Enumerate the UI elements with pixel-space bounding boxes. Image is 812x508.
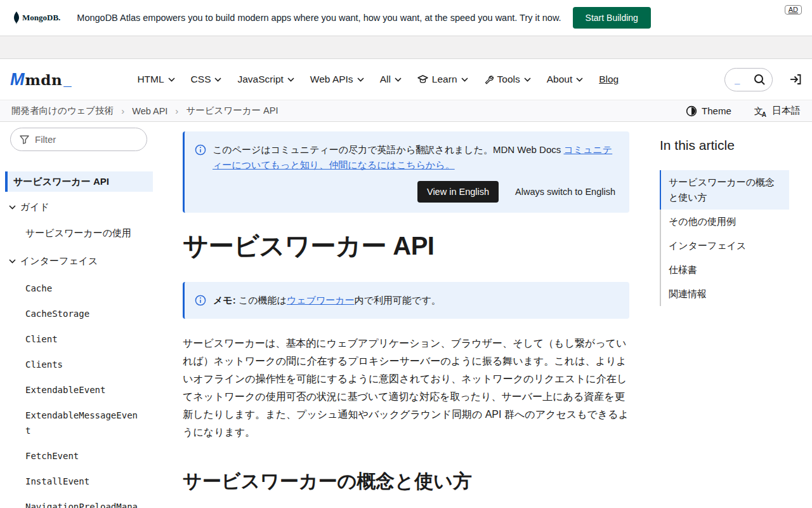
chevron-down-icon — [9, 205, 16, 210]
language-button[interactable]: 文A 日本語 — [754, 105, 801, 117]
info-icon — [195, 293, 206, 308]
sidebar-nav: サービスワーカー API ガイド サービスワーカーの使用 インターフェイス Ca… — [5, 171, 183, 508]
nav-item-all[interactable]: All — [380, 74, 402, 85]
mdn-logo-m-icon: M — [10, 70, 23, 90]
sidebar-guides-list: サービスワーカーの使用 — [5, 220, 183, 246]
breadcrumb-item-web-api[interactable]: Web API — [132, 106, 167, 116]
ad-message: MongoDB Atlas empowers you to build mode… — [77, 13, 561, 23]
chevron-down-icon — [524, 77, 531, 82]
table-of-contents: In this article サービスワーカーの概念と使い方 その他の使用例 … — [629, 122, 812, 508]
chevron-down-icon — [168, 77, 175, 82]
search-input[interactable]: _ — [724, 68, 773, 91]
toc-list: サービスワーカーの概念と使い方 その他の使用例 インターフェイス 仕様書 関連情… — [660, 170, 812, 306]
chevron-down-icon — [287, 77, 294, 82]
translate-icon: 文A — [754, 105, 768, 116]
chevron-down-icon — [9, 259, 16, 264]
chevron-down-icon — [461, 77, 468, 82]
mongodb-leaf-icon — [13, 11, 20, 24]
translation-notice: このページはコミュニティーの尽力で英語から翻訳されました。MDN Web Doc… — [183, 131, 629, 213]
note-text: メモ: この機能はウェブワーカー内で利用可能です。 — [213, 293, 441, 308]
mongodb-brand-name: MongoDB. — [22, 13, 60, 23]
article-content: このページはコミュニティーの尽力で英語から翻訳されました。MDN Web Doc… — [183, 122, 629, 508]
ad-badge[interactable]: AD — [785, 5, 802, 15]
sidebar-section-guides[interactable]: ガイド — [5, 194, 183, 220]
sidebar-item-extendablemessageevent[interactable]: ExtendableMessageEvent — [5, 403, 140, 443]
breadcrumb-separator-icon: › — [175, 105, 178, 116]
mdn-logo-underscore: _ — [63, 72, 71, 89]
sidebar-item-cachestorage[interactable]: CacheStorage — [5, 301, 140, 326]
main-nav: HTML CSS JavaScript Web APIs All Learn T… — [137, 74, 619, 85]
header-right: _ — [724, 68, 802, 91]
filter-input[interactable] — [35, 134, 124, 145]
chevron-down-icon — [357, 77, 364, 82]
graduation-cap-icon — [417, 75, 428, 84]
ad-banner: MongoDB. MongoDB Atlas empowers you to b… — [0, 0, 812, 36]
page-title: サービスワーカー API — [183, 229, 629, 264]
sidebar-item-using-service-workers[interactable]: サービスワーカーの使用 — [5, 220, 183, 246]
view-in-english-button[interactable]: View in English — [417, 181, 499, 203]
start-building-button[interactable]: Start Building — [573, 7, 651, 29]
breadcrumb-bar: 開発者向けのウェブ技術 › Web API › サービスワーカー API The… — [0, 100, 812, 122]
toc-title: In this article — [660, 138, 812, 153]
chevron-down-icon — [395, 77, 402, 82]
theme-button[interactable]: Theme — [686, 105, 731, 117]
mdn-logo-text: mdn — [25, 71, 63, 88]
nav-item-javascript[interactable]: JavaScript — [237, 74, 294, 85]
search-cursor: _ — [735, 74, 740, 85]
theme-contrast-icon — [686, 105, 697, 117]
web-worker-link[interactable]: ウェブワーカー — [287, 295, 355, 305]
sidebar-item-service-worker-api[interactable]: サービスワーカー API — [5, 171, 153, 192]
info-icon — [195, 142, 206, 173]
toc-item-concepts[interactable]: サービスワーカーの概念と使い方 — [660, 170, 789, 210]
nav-item-css[interactable]: CSS — [191, 74, 222, 85]
filter-funnel-icon — [20, 135, 29, 144]
section-heading-concepts: サービスワーカーの概念と使い方 — [183, 469, 629, 495]
nav-item-tools[interactable]: Tools — [484, 74, 531, 85]
sidebar-section-interfaces[interactable]: インターフェイス — [5, 248, 183, 274]
nav-item-about[interactable]: About — [547, 74, 584, 85]
note-callout: メモ: この機能はウェブワーカー内で利用可能です。 — [183, 282, 629, 319]
nav-item-blog[interactable]: Blog — [599, 74, 619, 85]
intro-paragraph: サービスワーカーは、基本的にウェブアプリケーション、ブラウザー、そして（もし繋が… — [183, 335, 629, 441]
mongodb-brand[interactable]: MongoDB. — [13, 11, 60, 24]
sidebar-interfaces-list: Cache CacheStorage Client Clients Extend… — [5, 276, 183, 508]
breadcrumb-separator-icon: › — [121, 105, 124, 116]
sidebar-item-fetchevent[interactable]: FetchEvent — [5, 443, 140, 469]
breadcrumb-actions: Theme 文A 日本語 — [686, 105, 801, 117]
sidebar-item-client[interactable]: Client — [5, 326, 140, 352]
sidebar-item-extendableevent[interactable]: ExtendableEvent — [5, 377, 140, 403]
nav-item-html[interactable]: HTML — [137, 74, 174, 85]
toc-item-other-use-cases[interactable]: その他の使用例 — [660, 210, 789, 234]
wrench-icon — [484, 75, 494, 84]
sidebar-item-installevent[interactable]: InstallEvent — [5, 469, 140, 494]
sidebar-filter[interactable] — [10, 128, 147, 151]
sign-in-icon[interactable] — [789, 73, 802, 86]
chevron-down-icon — [214, 77, 221, 82]
breadcrumb: 開発者向けのウェブ技術 › Web API › サービスワーカー API — [11, 105, 278, 117]
chevron-down-icon — [576, 77, 583, 82]
mdn-logo[interactable]: M mdn _ — [10, 70, 71, 90]
sidebar: サービスワーカー API ガイド サービスワーカーの使用 インターフェイス Ca… — [0, 122, 183, 508]
sidebar-item-cache[interactable]: Cache — [5, 276, 140, 301]
sidebar-item-clients[interactable]: Clients — [5, 352, 140, 377]
search-icon[interactable] — [754, 74, 766, 86]
toc-item-specifications[interactable]: 仕様書 — [660, 258, 789, 282]
breadcrumb-item-service-worker-api[interactable]: サービスワーカー API — [186, 105, 278, 117]
toc-item-see-also[interactable]: 関連情報 — [660, 282, 789, 306]
ad-divider-strip — [0, 36, 812, 59]
nav-item-web-apis[interactable]: Web APIs — [310, 74, 364, 85]
breadcrumb-item-web-technology[interactable]: 開発者向けのウェブ技術 — [11, 105, 114, 117]
toc-item-interfaces[interactable]: インターフェイス — [660, 234, 789, 258]
site-header: M mdn _ HTML CSS JavaScript Web APIs All… — [0, 59, 812, 100]
translation-notice-text: このページはコミュニティーの尽力で英語から翻訳されました。MDN Web Doc… — [213, 142, 615, 173]
nav-item-learn[interactable]: Learn — [417, 74, 468, 85]
translation-notice-actions: View in English Always switch to English — [195, 181, 615, 203]
sidebar-item-navigationpreloadmanager[interactable]: NavigationPreloadManager — [5, 494, 140, 508]
always-switch-to-english-link[interactable]: Always switch to English — [515, 187, 615, 197]
